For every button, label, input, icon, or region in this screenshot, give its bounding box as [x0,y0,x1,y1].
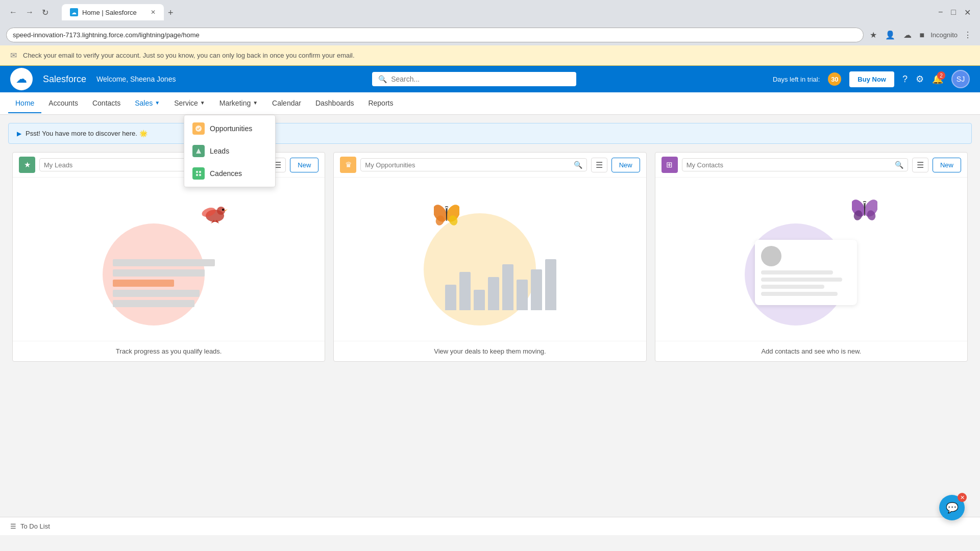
opp-widget-header: ♛ 🔍 ☰ New [334,153,646,178]
dropdown-item-opportunities[interactable]: Opportunities [184,117,275,140]
nav-item-marketing[interactable]: Marketing ▼ [212,94,265,113]
minimize-button[interactable]: − [935,7,946,18]
contacts-search-input[interactable] [687,161,892,169]
nav-item-accounts[interactable]: Accounts [41,94,85,113]
dropdown-item-leads[interactable]: Leads [184,140,275,162]
extension-icon[interactable]: ☁ [901,28,914,42]
leads-star-icon: ★ [24,160,31,169]
contacts-line-3 [761,285,824,289]
tab-favicon: ☁ [70,8,78,16]
nav-label-reports: Reports [368,99,393,107]
contacts-widget-icon: ⊞ [662,157,678,173]
sf-app: ✉ Check your email to verify your accoun… [0,45,980,535]
browser-tab-active[interactable]: ☁ Home | Salesforce ✕ [62,4,164,20]
opp-bar-4 [488,277,499,310]
opp-widget-icon: ♛ [340,157,356,173]
leads-row-4 [113,300,194,307]
nav-item-contacts[interactable]: Contacts [85,94,128,113]
contacts-line-1 [761,270,833,274]
buy-now-button[interactable]: Buy Now [849,71,894,87]
contacts-avatar-placeholder [761,246,781,266]
contacts-card-mockup [755,240,857,305]
nav-item-home[interactable]: Home [8,94,41,113]
contacts-new-button[interactable]: New [933,158,961,172]
opp-widget-body [334,178,646,341]
tab-close-button[interactable]: ✕ [151,9,156,16]
todo-icon: ☰ [10,522,16,530]
window-controls: − □ ✕ [935,7,974,18]
cadences-menu-icon [192,167,205,180]
sf-nav: Home Accounts Contacts Sales ▼ Service ▼… [0,92,980,115]
dropdown-item-cadences[interactable]: Cadences [184,162,275,185]
opp-crown-icon: ♛ [345,160,352,169]
back-button[interactable]: ← [6,6,20,19]
opp-bar-6 [517,280,528,310]
discovery-text: Psst! You have more to discover here. 🌟 [26,130,148,137]
opp-caption: View your deals to keep them moving. [334,341,646,361]
close-window-button[interactable]: ✕ [961,7,974,18]
opp-filter-button[interactable]: ☰ [591,158,607,172]
chat-button[interactable]: 💬 ✕ [939,495,965,520]
nav-label-calendar: Calendar [272,99,301,107]
contacts-butterfly-icon [852,198,877,224]
reload-button[interactable]: ↻ [39,6,52,19]
brand-name: Salesforce [43,74,86,85]
opp-bar-8 [545,259,556,310]
contacts-grid-icon: ⊞ [666,160,673,169]
tab-title: Home | Salesforce [82,9,137,16]
contacts-filter-button[interactable]: ☰ [912,158,928,172]
search-input[interactable] [391,75,570,83]
chat-close-badge: ✕ [958,493,967,502]
contacts-search-icon: 🔍 [895,161,903,169]
new-tab-button[interactable]: + [164,6,178,20]
opp-search-bar: 🔍 [360,158,586,171]
url-input[interactable] [6,28,864,42]
nav-label-accounts: Accounts [48,99,78,107]
profile-icon[interactable]: 👤 [883,28,897,42]
opp-search-input[interactable] [365,161,570,169]
opp-new-button[interactable]: New [611,158,640,172]
opp-bar-7 [531,269,542,310]
bird-icon [200,198,230,227]
welcome-text: Welcome, Sheena Jones [96,75,176,83]
contacts-widget-header: ⊞ 🔍 ☰ New [655,153,967,178]
cloud-icon: ☁ [16,72,27,86]
nav-item-reports[interactable]: Reports [361,94,400,113]
leads-row-highlight [113,280,174,287]
nav-item-service[interactable]: Service ▼ [167,94,212,113]
maximize-button[interactable]: □ [948,7,959,18]
nav-label-home: Home [15,99,34,107]
discovery-banner[interactable]: ▶ Psst! You have more to discover here. … [8,123,972,144]
notification-text: Check your email to verify your account.… [23,52,355,59]
extension2-icon[interactable]: ■ [918,29,927,42]
nav-label-contacts: Contacts [92,99,120,107]
incognito-label: Incognito [930,31,958,39]
salesforce-logo[interactable]: ☁ [10,68,33,90]
avatar[interactable]: SJ [951,70,970,88]
opp-bar-chart [445,259,556,310]
header-right: Days left in trial: 30 Buy Now ? ⚙ 🔔 2 S… [773,70,970,88]
notifications-button[interactable]: 🔔 2 [932,73,943,85]
sf-main: ▶ Psst! You have more to discover here. … [0,115,980,517]
nav-item-sales[interactable]: Sales ▼ [128,94,167,113]
browser-icons: ★ 👤 ☁ ■ Incognito ⋮ [868,28,974,42]
menu-icon[interactable]: ⋮ [962,28,974,42]
svg-marker-1 [196,148,201,154]
welcome-area: Welcome, Sheena Jones [96,75,176,83]
sf-footer[interactable]: ☰ To Do List [0,517,980,535]
browser-titlebar: ← → ↻ ☁ Home | Salesforce ✕ + − □ ✕ [0,0,980,24]
nav-item-dashboards[interactable]: Dashboards [308,94,361,113]
service-dropdown-arrow: ▼ [200,100,205,106]
help-icon-button[interactable]: ? [902,74,908,85]
leads-row-1 [113,259,215,266]
settings-icon-button[interactable]: ⚙ [916,73,924,85]
bookmark-icon[interactable]: ★ [868,28,879,42]
opportunities-menu-icon [192,122,205,135]
browser-nav-buttons: ← → ↻ [6,6,52,19]
leads-new-button[interactable]: New [290,158,318,172]
opportunities-widget: ♛ 🔍 ☰ New [333,152,646,362]
nav-item-calendar[interactable]: Calendar [265,94,308,113]
help-icon: ? [902,74,908,84]
search-icon: 🔍 [378,75,387,83]
forward-button[interactable]: → [22,6,37,19]
